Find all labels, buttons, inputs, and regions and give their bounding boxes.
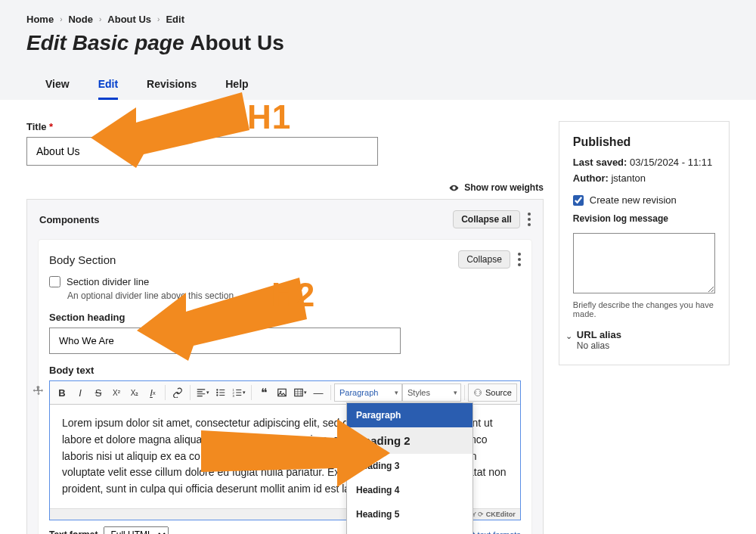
italic-icon[interactable]: I <box>71 383 89 402</box>
body-collapse-button[interactable]: Collapse <box>458 250 510 269</box>
tab-view[interactable]: View <box>45 70 70 100</box>
components-panel: Components Collapse all Body Section Col… <box>26 199 544 534</box>
create-revision-label: Create new revision <box>590 194 677 206</box>
url-alias-value: No alias <box>577 340 621 351</box>
breadcrumb-home[interactable]: Home <box>26 14 54 25</box>
breadcrumb: Home › Node › About Us › Edit <box>26 14 730 25</box>
number-list-icon[interactable]: 123▾ <box>230 383 248 402</box>
source-button[interactable]: Source <box>468 383 517 402</box>
heading-option-paragraph[interactable]: Paragraph <box>347 403 472 427</box>
styles-select[interactable]: Styles▾ <box>402 383 461 402</box>
url-alias-label[interactable]: URL alias <box>577 329 621 340</box>
image-icon[interactable] <box>273 383 291 402</box>
svg-point-9 <box>280 391 281 393</box>
page-title: Edit Basic page About Us <box>26 31 730 55</box>
text-format: Text format Full HTML <box>49 526 169 534</box>
tab-edit[interactable]: Edit <box>98 70 118 100</box>
revision-log-input[interactable] <box>573 233 715 293</box>
eye-icon <box>449 183 459 193</box>
svg-point-3 <box>216 392 218 393</box>
chevron-down-icon[interactable]: ⌄ <box>565 329 572 341</box>
components-label: Components <box>39 214 99 225</box>
revision-log-label: Revision log message <box>573 213 715 224</box>
svg-text:3: 3 <box>233 394 235 398</box>
source-icon <box>473 388 482 397</box>
tab-revisions[interactable]: Revisions <box>147 70 197 100</box>
editor-toolbar: B I S X² X₂ Ix ▾ 123 <box>50 381 520 405</box>
subscript-icon[interactable]: X₂ <box>125 383 144 402</box>
collapse-all-button[interactable]: Collapse all <box>453 210 520 228</box>
svg-point-4 <box>216 395 218 396</box>
show-row-weights[interactable]: Show row weights <box>26 182 544 193</box>
clear-format-icon[interactable]: Ix <box>144 383 162 402</box>
divider-help: An optional divider line above this sect… <box>67 290 521 301</box>
heading-option-h5[interactable]: Heading 5 <box>347 502 472 526</box>
divider-checkbox[interactable] <box>49 276 60 287</box>
table-icon[interactable]: ▾ <box>291 383 309 402</box>
text-format-select[interactable]: Full HTML <box>104 526 169 534</box>
hr-icon[interactable]: — <box>309 383 327 402</box>
strike-icon[interactable]: S <box>89 383 107 402</box>
body-section: Body Section Collapse Section divider li… <box>38 239 532 534</box>
body-section-label: Body Section <box>49 253 116 266</box>
create-revision-checkbox[interactable] <box>573 195 584 206</box>
breadcrumb-node[interactable]: Node <box>68 14 93 25</box>
quote-icon[interactable]: ❝ <box>255 383 273 402</box>
heading-dropdown: Paragraph Heading 2 Heading 3 Heading 4 … <box>346 402 473 534</box>
breadcrumb-about[interactable]: About Us <box>107 14 151 25</box>
bullet-list-icon[interactable] <box>212 383 230 402</box>
heading-option-h6[interactable]: Heading 6 <box>347 526 472 534</box>
sidebar: Published Last saved: 03/15/2024 - 11:11… <box>559 121 730 365</box>
paragraph-select[interactable]: Paragraph▾ <box>334 383 402 402</box>
components-menu-icon[interactable] <box>528 213 531 226</box>
tab-help[interactable]: Help <box>225 70 248 100</box>
heading-option-h2[interactable]: Heading 2 <box>347 427 472 454</box>
heading-option-h3[interactable]: Heading 3 <box>347 454 472 478</box>
svg-rect-10 <box>295 390 303 396</box>
section-heading-input[interactable] <box>49 328 401 354</box>
title-input[interactable] <box>26 137 378 166</box>
editor-frame: B I S X² X₂ Ix ▾ 123 <box>49 380 521 520</box>
title-label: Title * <box>26 121 544 132</box>
bold-icon[interactable]: B <box>53 383 71 402</box>
body-text-label: Body text <box>49 365 521 376</box>
superscript-icon[interactable]: X² <box>107 383 125 402</box>
svg-point-2 <box>216 390 218 391</box>
tabs: View Edit Revisions Help <box>26 70 730 100</box>
divider-label: Section divider line <box>67 276 149 287</box>
drag-handle-icon[interactable] <box>33 385 45 399</box>
status-label: Published <box>573 135 715 149</box>
align-icon[interactable]: ▾ <box>194 383 212 402</box>
revision-help: Briefly describe the changes you have ma… <box>573 300 715 318</box>
body-menu-icon[interactable] <box>518 253 521 266</box>
link-icon[interactable] <box>169 383 187 402</box>
breadcrumb-edit[interactable]: Edit <box>166 14 184 25</box>
section-heading-label: Section heading <box>49 312 521 323</box>
heading-option-h4[interactable]: Heading 4 <box>347 478 472 502</box>
